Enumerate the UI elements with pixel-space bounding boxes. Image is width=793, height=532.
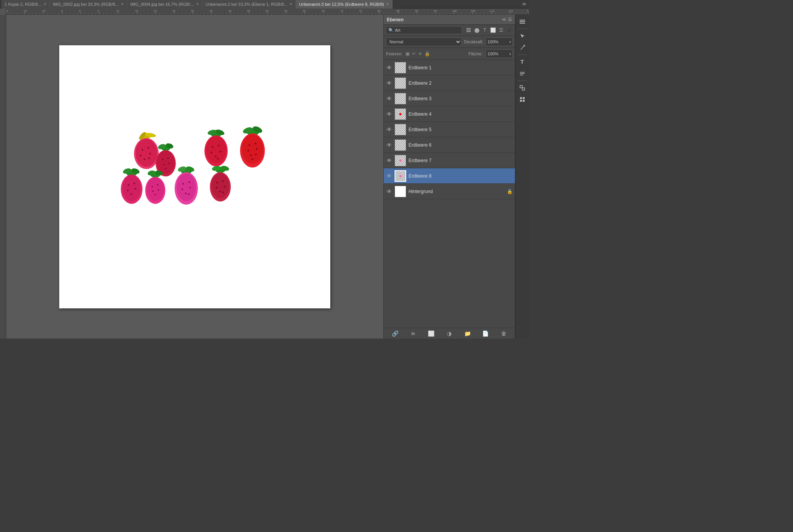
- smart-filter-icon[interactable]: ☰: [498, 27, 505, 34]
- canvas-content: [6, 15, 383, 339]
- layer-thumbnail-3: [395, 93, 406, 104]
- tab-1[interactable]: 1 Kopie 2, RGB/8... ✕: [2, 0, 50, 9]
- opacity-dropdown-arrow[interactable]: ▾: [508, 40, 512, 44]
- layer-visibility-8[interactable]: 👁: [386, 173, 392, 179]
- layer-item-3[interactable]: 👁Erdbeere 3: [384, 91, 515, 106]
- layer-item-8[interactable]: 👁Erdbeere 8: [384, 168, 515, 184]
- close-tab-1[interactable]: ✕: [43, 2, 46, 6]
- layer-visibility-3[interactable]: 👁: [386, 96, 392, 102]
- lock-all-icon[interactable]: 🔒: [424, 51, 430, 56]
- canvas-area: [0, 15, 383, 339]
- extra-tool-button[interactable]: [517, 94, 528, 105]
- add-mask-button[interactable]: ⬜: [427, 329, 436, 338]
- text-tool-button[interactable]: T: [517, 56, 528, 67]
- svg-point-74: [188, 193, 190, 195]
- svg-point-31: [217, 158, 219, 159]
- layer-name-4: Erdbeere 4: [409, 111, 513, 117]
- layer-comp-button[interactable]: [517, 82, 528, 93]
- layer-item-5[interactable]: 👁Erdbeere 5: [384, 122, 515, 137]
- paragraph-tool-button[interactable]: [517, 68, 528, 79]
- tab-3[interactable]: IMG_0004.jpg bei 16,7% (RGB/... ✕: [127, 0, 203, 9]
- layer-visibility-5[interactable]: 👁: [386, 127, 392, 133]
- layer-name-6: Erdbeere 6: [409, 142, 513, 148]
- main-layout: Ebenen ≪ ☰ 🔍 🖼 ⬤ T ⬜ ☰ ⬛ Nor: [0, 15, 529, 339]
- search-input-wrapper[interactable]: 🔍: [386, 26, 462, 34]
- layer-item-9[interactable]: 👁Hintergrund🔒: [384, 184, 515, 199]
- layer-item-4[interactable]: 👁Erdbeere 4: [384, 106, 515, 122]
- panel-header-icons: ≪ ☰: [502, 17, 512, 22]
- lock-pixels-icon[interactable]: ✏: [412, 51, 416, 56]
- pen-tool-button[interactable]: [517, 42, 528, 53]
- close-tab-5[interactable]: ✕: [386, 2, 389, 6]
- tab-2[interactable]: IMG_0002.jpg bei 33,3% (RGB/8... ✕: [50, 0, 127, 9]
- layer-thumbnail-7: [395, 155, 406, 166]
- search-input[interactable]: [395, 28, 460, 33]
- new-group-button[interactable]: 📁: [463, 329, 472, 338]
- fill-dropdown-arrow[interactable]: ▾: [508, 52, 512, 56]
- link-layers-button[interactable]: 🔗: [391, 329, 399, 338]
- svg-point-60: [157, 184, 158, 186]
- new-layer-button[interactable]: 📄: [481, 329, 490, 338]
- svg-rect-97: [520, 100, 522, 102]
- layer-lock-icon-9: 🔒: [507, 189, 513, 194]
- delete-layer-button[interactable]: 🗑: [499, 329, 508, 338]
- svg-point-15: [157, 151, 174, 174]
- layer-name-1: Erdbeere 1: [409, 65, 513, 70]
- svg-rect-88: [520, 23, 525, 24]
- shape-filter-icon[interactable]: ⬜: [489, 27, 496, 34]
- vertical-ruler: [0, 15, 6, 339]
- search-icon: 🔍: [388, 28, 394, 33]
- svg-point-82: [216, 187, 217, 188]
- svg-point-29: [220, 151, 221, 152]
- svg-rect-98: [523, 100, 525, 102]
- panel-collapse-icon[interactable]: ≪: [502, 17, 506, 22]
- layer-thumbnail-5: [395, 124, 406, 135]
- svg-rect-90: [520, 72, 525, 73]
- svg-point-28: [211, 152, 212, 153]
- close-tab-4[interactable]: ✕: [289, 2, 292, 6]
- svg-point-5: [142, 149, 143, 151]
- svg-rect-87: [520, 21, 525, 22]
- tab-5[interactable]: Unbenannt-3 bei 12,5% (Erdbeere 8, RGB/8…: [296, 0, 393, 9]
- svg-rect-96: [523, 97, 525, 99]
- svg-point-58: [147, 177, 164, 201]
- layer-visibility-4[interactable]: 👁: [386, 111, 392, 117]
- blend-mode-select[interactable]: Normal: [386, 38, 462, 46]
- layer-item-1[interactable]: 👁Erdbeere 1: [384, 60, 515, 75]
- layer-visibility-1[interactable]: 👁: [386, 65, 392, 71]
- layer-name-5: Erdbeere 5: [409, 127, 513, 132]
- blend-row: Normal Deckkraft: 100% ▾: [384, 36, 515, 48]
- layer-visibility-6[interactable]: 👁: [386, 142, 392, 148]
- image-filter-icon[interactable]: 🖼: [465, 27, 472, 34]
- layer-visibility-9[interactable]: 👁: [386, 188, 392, 195]
- layer-visibility-7[interactable]: 👁: [386, 157, 392, 164]
- layer-effects-button[interactable]: fx: [409, 329, 417, 338]
- extra-filter-icon[interactable]: ⬛: [506, 27, 513, 34]
- fill-input[interactable]: 100% ▾: [486, 50, 513, 58]
- ruler-top: [6, 9, 529, 14]
- svg-point-8: [149, 153, 151, 154]
- layer-item-6[interactable]: 👁Erdbeere 6: [384, 137, 515, 153]
- layer-thumbnail-1: [395, 62, 406, 74]
- layer-name-7: Erdbeere 7: [409, 158, 513, 163]
- svg-point-19: [168, 163, 170, 164]
- close-tab-2[interactable]: ✕: [121, 2, 124, 6]
- tab-4[interactable]: Unbenannt-2 bei 33,3% (Ebene 1, RGB/8...…: [203, 0, 296, 9]
- layer-visibility-2[interactable]: 👁: [386, 80, 392, 86]
- layer-item-7[interactable]: 👁Erdbeere 7: [384, 153, 515, 168]
- layers-tool-button[interactable]: [517, 16, 528, 27]
- new-fill-layer-button[interactable]: ◑: [445, 329, 453, 338]
- layer-thumbnail-2: [395, 77, 406, 89]
- lock-position-icon[interactable]: ✛: [418, 51, 422, 56]
- select-tool-button[interactable]: [517, 31, 528, 41]
- adjustment-filter-icon[interactable]: ⬤: [473, 27, 480, 34]
- panel-menu-icon[interactable]: ☰: [508, 17, 512, 22]
- opacity-input[interactable]: 100% ▾: [486, 38, 513, 46]
- lock-transparent-icon[interactable]: ▣: [405, 51, 410, 56]
- close-tab-3[interactable]: ✕: [196, 2, 199, 6]
- text-filter-icon[interactable]: T: [481, 27, 488, 34]
- svg-point-18: [163, 164, 165, 165]
- svg-point-50: [134, 183, 135, 184]
- layer-item-2[interactable]: 👁Erdbeere 2: [384, 75, 515, 91]
- collapse-tabs[interactable]: ≫: [520, 2, 529, 7]
